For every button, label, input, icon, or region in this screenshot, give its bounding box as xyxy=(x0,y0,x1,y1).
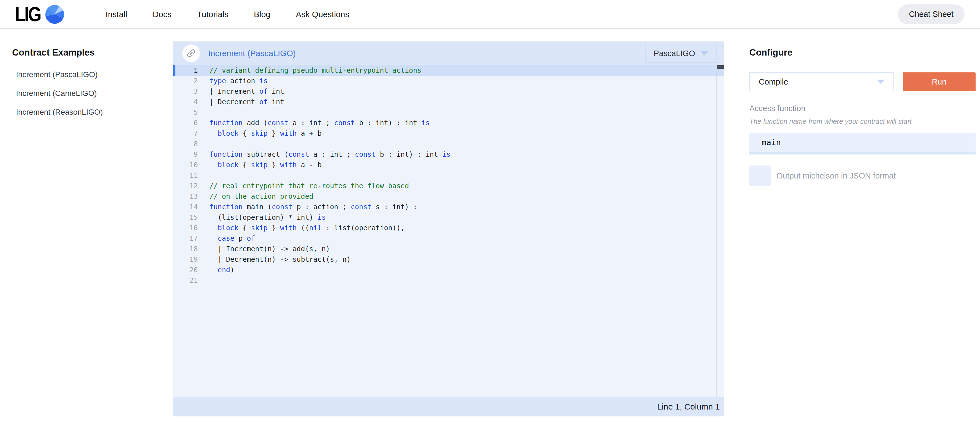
code-line[interactable]: 15 (list(operation) * int) is xyxy=(173,212,724,223)
line-number: 9 xyxy=(173,149,198,160)
sidebar-items: Increment (PascaLIGO)Increment (CameLIGO… xyxy=(12,65,167,122)
json-output-label: Output michelson in JSON format xyxy=(776,171,896,180)
code-line[interactable]: 20 end) xyxy=(173,265,724,275)
line-number: 8 xyxy=(173,139,198,149)
language-select[interactable]: PascaLIGO xyxy=(645,44,717,63)
line-content xyxy=(198,170,209,181)
code-line[interactable]: 18 | Increment(n) -> add(s, n) xyxy=(173,244,724,254)
code-line[interactable]: 9function subtract (const a : int ; cons… xyxy=(173,149,724,160)
code-line[interactable]: 19 | Decrement(n) -> subtract(s, n) xyxy=(173,254,724,265)
code-line[interactable]: 2type action is xyxy=(173,76,724,86)
code-line[interactable]: 10 block { skip } with a - b xyxy=(173,160,724,170)
line-number: 7 xyxy=(173,128,198,139)
line-content: function main (const p : action ; const … xyxy=(198,202,417,212)
line-content: | Increment(n) -> add(s, n) xyxy=(198,244,330,254)
code-line[interactable]: 17 case p of xyxy=(173,233,724,244)
json-output-row: Output michelson in JSON format xyxy=(749,166,975,186)
chevron-down-icon xyxy=(877,80,885,84)
line-number: 14 xyxy=(173,202,198,212)
sidebar-item[interactable]: Increment (ReasonLIGO) xyxy=(12,103,167,122)
configure-panel: Configure Compile Run Access function Th… xyxy=(749,47,975,186)
code-line[interactable]: 7 block { skip } with a + b xyxy=(173,128,724,139)
nav-link-ask-questions[interactable]: Ask Questions xyxy=(283,10,362,19)
line-content xyxy=(198,107,209,118)
line-content: // on the action provided xyxy=(198,191,313,202)
line-content: block { skip } with ((nil : list(operati… xyxy=(198,223,405,233)
code-line[interactable]: 16 block { skip } with ((nil : list(oper… xyxy=(173,223,724,233)
line-content: end) xyxy=(198,265,234,275)
line-number: 16 xyxy=(173,223,198,233)
command-row: Compile Run xyxy=(749,72,975,91)
line-number: 18 xyxy=(173,244,198,254)
code-line[interactable]: 14function main (const p : action ; cons… xyxy=(173,202,724,212)
line-content: type action is xyxy=(198,76,268,86)
contract-examples-sidebar: Contract Examples Increment (PascaLIGO)I… xyxy=(12,47,167,122)
run-button[interactable]: Run xyxy=(903,72,975,91)
code-line[interactable]: 13// on the action provided xyxy=(173,191,724,202)
access-function-input[interactable] xyxy=(749,133,975,154)
editor-scrollbar-thumb[interactable] xyxy=(717,65,724,69)
editor-header: Increment (PascaLIGO) PascaLIGO xyxy=(173,41,724,65)
code-line[interactable]: 3| Increment of int xyxy=(173,86,724,97)
line-number: 17 xyxy=(173,233,198,244)
line-content: // variant defining pseudo multi-entrypo… xyxy=(198,65,422,76)
code-line[interactable]: 12// real entrypoint that re-routes the … xyxy=(173,181,724,191)
sidebar-title: Contract Examples xyxy=(12,47,167,58)
top-navbar: LIG InstallDocsTutorialsBlogAsk Question… xyxy=(0,0,980,29)
code-line[interactable]: 21 xyxy=(173,275,724,286)
line-content: block { skip } with a - b xyxy=(198,160,321,170)
line-content: // real entrypoint that re-routes the fl… xyxy=(198,181,409,191)
editor-panel: Increment (PascaLIGO) PascaLIGO 1// vari… xyxy=(173,41,724,416)
code-editor[interactable]: 1// variant defining pseudo multi-entryp… xyxy=(173,65,724,397)
access-function-label: Access function xyxy=(749,104,975,113)
line-content: case p of xyxy=(198,233,255,244)
line-number: 19 xyxy=(173,254,198,265)
ligo-logo[interactable]: LIG xyxy=(15,4,64,25)
line-number: 13 xyxy=(173,191,198,202)
nav-link-install[interactable]: Install xyxy=(93,10,140,19)
access-function-hint: The function name from where your contra… xyxy=(749,118,975,126)
line-content: | Decrement of int xyxy=(198,97,284,107)
code-line[interactable]: 4| Decrement of int xyxy=(173,97,724,107)
code-lines: 1// variant defining pseudo multi-entryp… xyxy=(173,65,724,286)
cursor-position-text: Line 1, Column 1 xyxy=(657,402,720,411)
nav-link-docs[interactable]: Docs xyxy=(140,10,184,19)
line-number: 20 xyxy=(173,265,198,275)
cheat-sheet-button[interactable]: Cheat Sheet xyxy=(898,5,964,24)
line-content: block { skip } with a + b xyxy=(198,128,321,139)
line-content: | Decrement(n) -> subtract(s, n) xyxy=(198,254,351,265)
editor-scrollbar[interactable] xyxy=(716,65,724,397)
line-number: 4 xyxy=(173,97,198,107)
line-number: 3 xyxy=(173,86,198,97)
chevron-down-icon xyxy=(700,51,708,56)
code-line[interactable]: 1// variant defining pseudo multi-entryp… xyxy=(173,65,724,76)
line-number: 21 xyxy=(173,275,198,286)
line-content: function add (const a : int ; const b : … xyxy=(198,118,430,128)
json-output-checkbox[interactable] xyxy=(749,166,771,186)
share-link-button[interactable] xyxy=(182,45,200,62)
line-content: (list(operation) * int) is xyxy=(198,212,326,223)
code-line[interactable]: 8 xyxy=(173,139,724,149)
line-number: 11 xyxy=(173,170,198,181)
sidebar-item[interactable]: Increment (PascaLIGO) xyxy=(12,65,167,84)
configure-title: Configure xyxy=(749,47,975,58)
sidebar-item[interactable]: Increment (CameLIGO) xyxy=(12,84,167,103)
nav-links: InstallDocsTutorialsBlogAsk Questions xyxy=(93,10,362,19)
line-number: 5 xyxy=(173,107,198,118)
line-content xyxy=(198,275,209,286)
code-line[interactable]: 5 xyxy=(173,107,724,118)
line-number: 6 xyxy=(173,118,198,128)
line-number: 2 xyxy=(173,76,198,86)
nav-link-blog[interactable]: Blog xyxy=(241,10,283,19)
line-number: 12 xyxy=(173,181,198,191)
line-content: | Increment of int xyxy=(198,86,284,97)
nav-link-tutorials[interactable]: Tutorials xyxy=(184,10,241,19)
command-select[interactable]: Compile xyxy=(749,72,894,91)
line-content: function subtract (const a : int ; const… xyxy=(198,149,450,160)
code-line[interactable]: 11 xyxy=(173,170,724,181)
link-icon xyxy=(183,46,199,61)
code-line[interactable]: 6function add (const a : int ; const b :… xyxy=(173,118,724,128)
ligo-logo-orb-icon xyxy=(45,5,64,24)
command-select-value: Compile xyxy=(759,77,788,86)
editor-file-title: Increment (PascaLIGO) xyxy=(208,49,296,58)
